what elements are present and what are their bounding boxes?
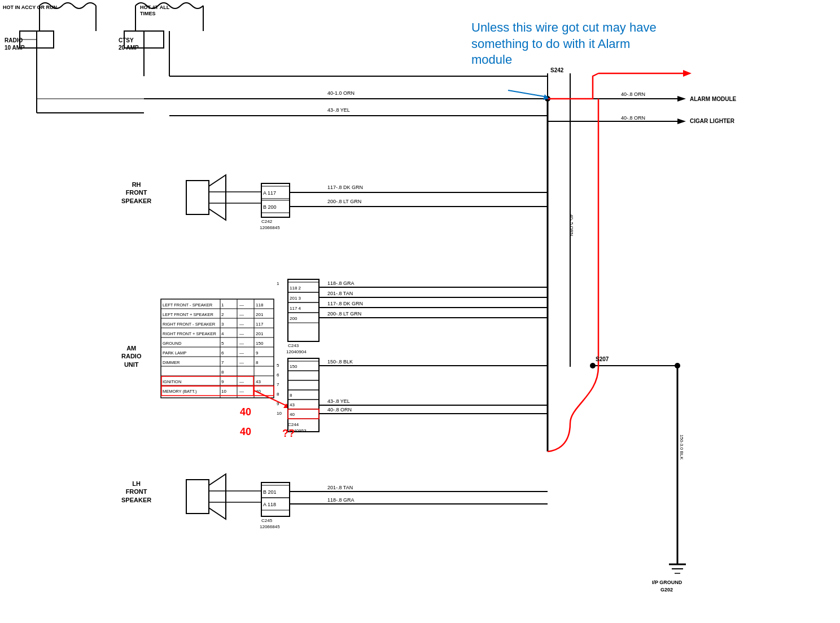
svg-text:5: 5 xyxy=(221,341,224,346)
svg-text:—: — xyxy=(239,302,244,308)
svg-text:CIGAR LIGHTER: CIGAR LIGHTER xyxy=(690,118,735,124)
svg-text:150-3.0 BLK: 150-3.0 BLK xyxy=(679,435,684,460)
svg-text:—: — xyxy=(239,331,244,336)
svg-text:—: — xyxy=(239,341,244,346)
svg-text:43: 43 xyxy=(256,379,261,384)
radio-fuse-label: RADIO10 AMP xyxy=(5,37,25,51)
svg-text:C245: C245 xyxy=(261,518,273,523)
svg-text:40-.5 ORN: 40-.5 ORN xyxy=(569,214,574,236)
svg-text:43-.8 YEL: 43-.8 YEL xyxy=(327,107,350,113)
svg-text:—: — xyxy=(239,312,244,317)
svg-text:201-.8 TAN: 201-.8 TAN xyxy=(327,485,353,490)
svg-marker-23 xyxy=(677,96,686,102)
svg-text:43-.8 YEL: 43-.8 YEL xyxy=(327,398,350,404)
svg-text:40-1.0 ORN: 40-1.0 ORN xyxy=(327,90,355,96)
hot-all-label: HOT AT ALLTIMES xyxy=(140,5,169,17)
svg-text:40-.8 ORN: 40-.8 ORN xyxy=(621,91,645,97)
svg-text:C242: C242 xyxy=(261,219,273,224)
svg-text:6: 6 xyxy=(277,372,279,378)
svg-text:7: 7 xyxy=(277,382,279,387)
am-radio-label: AMRADIOUNIT xyxy=(121,344,141,368)
svg-text:10: 10 xyxy=(221,389,226,394)
svg-text:5: 5 xyxy=(277,363,279,368)
svg-text:12066845: 12066845 xyxy=(260,225,280,230)
svg-marker-136 xyxy=(209,474,226,519)
svg-text:7: 7 xyxy=(221,360,224,365)
svg-text:40: 40 xyxy=(290,412,295,417)
svg-text:RIGHT FRONT - SPEAKER: RIGHT FRONT - SPEAKER xyxy=(163,322,216,327)
red-40-label-1: 40 xyxy=(240,406,251,418)
svg-text:10: 10 xyxy=(277,411,282,416)
svg-text:C243: C243 xyxy=(288,343,299,348)
svg-text:117-.8 DK GRN: 117-.8 DK GRN xyxy=(327,185,363,190)
svg-text:200-.8 LT GRN: 200-.8 LT GRN xyxy=(327,199,361,204)
svg-text:S207: S207 xyxy=(596,356,609,362)
svg-rect-28 xyxy=(186,181,209,214)
svg-text:B  200: B 200 xyxy=(263,204,277,210)
svg-text:200: 200 xyxy=(290,316,298,321)
svg-text:I/P GROUND: I/P GROUND xyxy=(652,580,683,585)
svg-text:118-.8 GRA: 118-.8 GRA xyxy=(327,280,355,286)
svg-text:8: 8 xyxy=(277,392,279,397)
svg-text:B  201: B 201 xyxy=(263,489,277,495)
svg-text:201: 201 xyxy=(256,312,264,317)
svg-text:117  4: 117 4 xyxy=(290,306,301,311)
svg-text:118  2: 118 2 xyxy=(290,286,301,291)
svg-marker-155 xyxy=(683,70,692,77)
svg-text:201-.8 TAN: 201-.8 TAN xyxy=(327,291,353,296)
svg-text:12066845: 12066845 xyxy=(260,524,280,529)
svg-text:8: 8 xyxy=(221,370,224,375)
ctsy-fuse-label: CTSY20 AMP xyxy=(119,37,139,51)
red-40-label-2: 40 xyxy=(240,426,251,438)
svg-text:9: 9 xyxy=(277,401,279,406)
svg-text:40-.8 ORN: 40-.8 ORN xyxy=(621,115,645,121)
svg-text:PARK LAMP: PARK LAMP xyxy=(163,350,186,356)
wiring-svg: A 117 B 200 118 2 201 3 117 4 200 1 LEFT… xyxy=(0,0,840,623)
wiring-diagram: A 117 B 200 118 2 201 3 117 4 200 1 LEFT… xyxy=(0,0,840,623)
svg-text:A  117: A 117 xyxy=(263,190,276,196)
svg-text:12040904: 12040904 xyxy=(286,349,307,354)
svg-text:43: 43 xyxy=(290,402,295,407)
hot-accy-label: HOT IN ACCY OR RUN xyxy=(3,5,57,11)
svg-text:DIMMER: DIMMER xyxy=(163,360,180,365)
svg-text:8: 8 xyxy=(256,360,259,365)
svg-rect-112 xyxy=(288,358,319,432)
svg-text:9: 9 xyxy=(221,379,224,384)
svg-text:150: 150 xyxy=(256,341,264,346)
svg-marker-29 xyxy=(209,175,226,220)
svg-text:200-.8 LT GRN: 200-.8 LT GRN xyxy=(327,311,361,317)
svg-text:G202: G202 xyxy=(660,587,673,593)
svg-text:LEFT FRONT - SPEAKER: LEFT FRONT - SPEAKER xyxy=(163,302,213,308)
svg-text:GROUND: GROUND xyxy=(163,341,182,346)
svg-text:—: — xyxy=(239,379,244,384)
svg-text:A  118: A 118 xyxy=(263,502,276,507)
svg-text:8: 8 xyxy=(290,393,292,398)
svg-text:—: — xyxy=(239,322,244,327)
svg-text:LEFT FRONT + SPEAKER: LEFT FRONT + SPEAKER xyxy=(163,312,214,317)
lh-front-speaker-label: LHFRONTSPEAKER xyxy=(121,480,151,504)
svg-text:1: 1 xyxy=(221,302,224,308)
svg-text:—: — xyxy=(239,360,244,365)
svg-text:MEMORY (BATT.): MEMORY (BATT.) xyxy=(163,389,197,394)
svg-text:C244: C244 xyxy=(288,422,299,427)
svg-text:—: — xyxy=(239,350,244,356)
svg-text:118-.8 GRA: 118-.8 GRA xyxy=(327,497,355,503)
svg-text:—: — xyxy=(239,389,244,394)
annotation-text: Unless this wire got cut may have someth… xyxy=(471,20,663,68)
svg-text:3: 3 xyxy=(221,322,224,327)
rh-front-speaker-label: RHFRONTSPEAKER xyxy=(121,181,151,205)
svg-text:201: 201 xyxy=(256,331,264,336)
svg-text:117: 117 xyxy=(256,322,264,327)
svg-text:118: 118 xyxy=(256,302,264,308)
svg-text:IGNITION: IGNITION xyxy=(163,379,181,384)
svg-text:150-.8 BLK: 150-.8 BLK xyxy=(327,359,353,365)
svg-text:ALARM MODULE: ALARM MODULE xyxy=(690,96,737,102)
svg-text:201  3: 201 3 xyxy=(290,296,301,301)
svg-text:4: 4 xyxy=(221,331,224,336)
svg-marker-26 xyxy=(677,119,686,124)
svg-text:117-.8 DK GRN: 117-.8 DK GRN xyxy=(327,301,363,306)
svg-text:2: 2 xyxy=(221,312,224,317)
svg-text:RIGHT FRONT + SPEAKER: RIGHT FRONT + SPEAKER xyxy=(163,331,217,336)
svg-text:6: 6 xyxy=(221,350,224,356)
svg-rect-139 xyxy=(261,482,290,516)
